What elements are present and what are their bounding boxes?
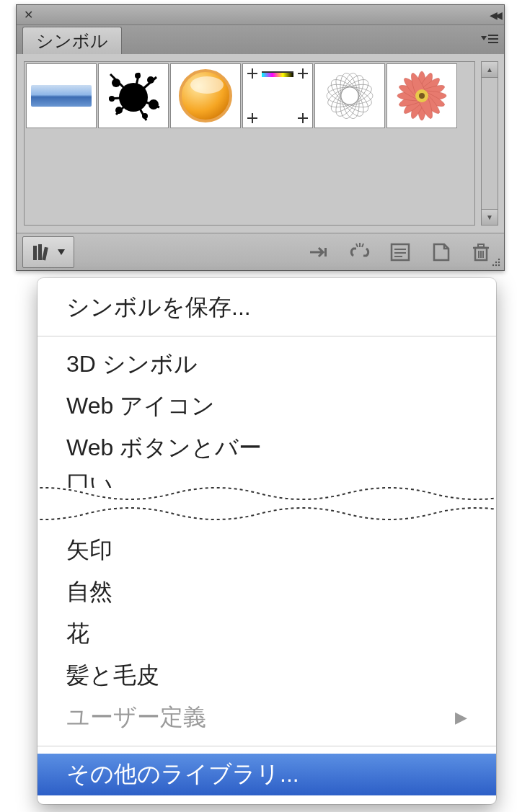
- symbol-spirograph[interactable]: [314, 63, 385, 128]
- svg-point-12: [327, 87, 373, 104]
- menu-item-3d-symbols[interactable]: 3D シンボル: [37, 344, 496, 385]
- menu-label: 自然: [66, 576, 112, 608]
- menu-label: Web アイコン: [66, 391, 215, 422]
- svg-point-54: [498, 264, 500, 266]
- break-link-icon: [348, 241, 372, 263]
- menu-label: 髪と毛皮: [66, 660, 159, 692]
- menu-item-user-defined[interactable]: ユーザー定義 ▶: [37, 697, 496, 739]
- svg-rect-2: [488, 38, 498, 40]
- place-symbol-instance-button[interactable]: [302, 238, 337, 267]
- close-icon[interactable]: ✕: [21, 8, 36, 22]
- symbols-grid: [24, 61, 475, 226]
- menu-label: その他のライブラリ...: [66, 759, 299, 790]
- library-popup-menu: シンボルを保存... 3D シンボル Web アイコン Web ボタンとバー 囗…: [37, 278, 496, 804]
- menu-label: シンボルを保存...: [66, 292, 251, 324]
- svg-point-30: [419, 93, 425, 99]
- menu-item-other-libraries[interactable]: その他のライブラリ...: [37, 754, 496, 795]
- menu-item-hair-fur[interactable]: 髪と毛皮: [37, 655, 496, 697]
- library-icon: [32, 241, 55, 263]
- dropdown-arrow-icon: [58, 249, 65, 255]
- svg-point-17: [337, 71, 363, 120]
- symbols-panel: ✕ ◀◀ シンボル: [16, 4, 505, 271]
- svg-rect-3: [488, 42, 498, 43]
- gradient-icon: [31, 85, 92, 107]
- collapse-icon[interactable]: ◀◀: [490, 9, 500, 21]
- menu-item-nature[interactable]: 自然: [37, 571, 496, 613]
- svg-marker-34: [58, 249, 65, 255]
- scrollbar[interactable]: ▲ ▼: [481, 61, 498, 226]
- svg-rect-45: [478, 244, 484, 247]
- svg-point-52: [492, 264, 494, 266]
- menu-label: ユーザー定義: [66, 702, 206, 733]
- panel-toolbar: [17, 233, 504, 270]
- menu-separator: [37, 336, 496, 336]
- svg-point-20: [325, 80, 374, 112]
- menu-item-save-symbols[interactable]: シンボルを保存...: [37, 287, 496, 329]
- symbol-orange-orb[interactable]: [170, 63, 241, 128]
- menu-item-web-buttons-bars[interactable]: Web ボタンとバー: [37, 427, 496, 469]
- symbol-gerbera-flower[interactable]: [386, 63, 457, 128]
- ink-splat-icon: [103, 67, 164, 125]
- svg-rect-32: [38, 244, 42, 260]
- options-icon: [389, 242, 411, 262]
- new-page-icon: [430, 242, 451, 262]
- menu-item-arrows[interactable]: 矢印: [37, 530, 496, 571]
- registration-marks-icon: [246, 67, 309, 125]
- svg-marker-0: [481, 36, 487, 40]
- svg-point-13: [325, 80, 374, 112]
- svg-point-50: [495, 262, 497, 263]
- symbol-options-button[interactable]: [383, 238, 417, 267]
- symbol-ink-splat[interactable]: [98, 63, 169, 128]
- tear-line-icon: [37, 501, 496, 527]
- svg-line-37: [356, 244, 358, 247]
- trash-icon: [470, 241, 492, 263]
- menu-separator: [37, 746, 496, 746]
- scroll-up-icon[interactable]: ▲: [482, 62, 498, 78]
- menu-item-web-icons[interactable]: Web アイコン: [37, 385, 496, 427]
- svg-point-51: [498, 262, 500, 263]
- symbol-gradient-bar[interactable]: [26, 63, 97, 128]
- truncated-section: 囗い: [37, 473, 496, 525]
- flower-icon: [392, 66, 452, 126]
- scroll-down-icon[interactable]: ▼: [482, 209, 498, 225]
- svg-rect-35: [324, 248, 327, 256]
- panel-titlebar[interactable]: ✕ ◀◀: [17, 5, 504, 25]
- tab-symbols[interactable]: シンボル: [22, 27, 122, 54]
- menu-label: Web ボタンとバー: [66, 432, 262, 464]
- spirograph-icon: [321, 67, 379, 125]
- menu-label: 花: [66, 618, 89, 650]
- svg-rect-31: [33, 246, 37, 260]
- break-link-button[interactable]: [343, 238, 377, 267]
- svg-point-49: [498, 259, 500, 260]
- symbol-registration-marks[interactable]: [242, 63, 313, 128]
- svg-point-14: [327, 74, 373, 117]
- place-instance-icon: [307, 242, 332, 262]
- symbols-area: ▲ ▼: [17, 54, 504, 233]
- new-symbol-button[interactable]: [423, 238, 458, 267]
- tab-row: シンボル: [17, 25, 504, 54]
- tab-label: シンボル: [36, 30, 108, 53]
- menu-label: 3D シンボル: [66, 349, 198, 380]
- orb-icon: [179, 69, 232, 122]
- submenu-arrow-icon: ▶: [455, 708, 467, 727]
- svg-point-19: [327, 74, 373, 117]
- svg-line-38: [362, 244, 363, 247]
- svg-point-53: [495, 264, 497, 266]
- panel-menu-button[interactable]: [480, 31, 500, 48]
- svg-rect-1: [488, 35, 498, 36]
- symbol-libraries-button[interactable]: [22, 236, 74, 268]
- menu-label: 矢印: [66, 535, 112, 566]
- svg-rect-33: [42, 246, 48, 260]
- menu-item-flowers[interactable]: 花: [37, 613, 496, 655]
- resize-grip-icon[interactable]: [490, 256, 501, 267]
